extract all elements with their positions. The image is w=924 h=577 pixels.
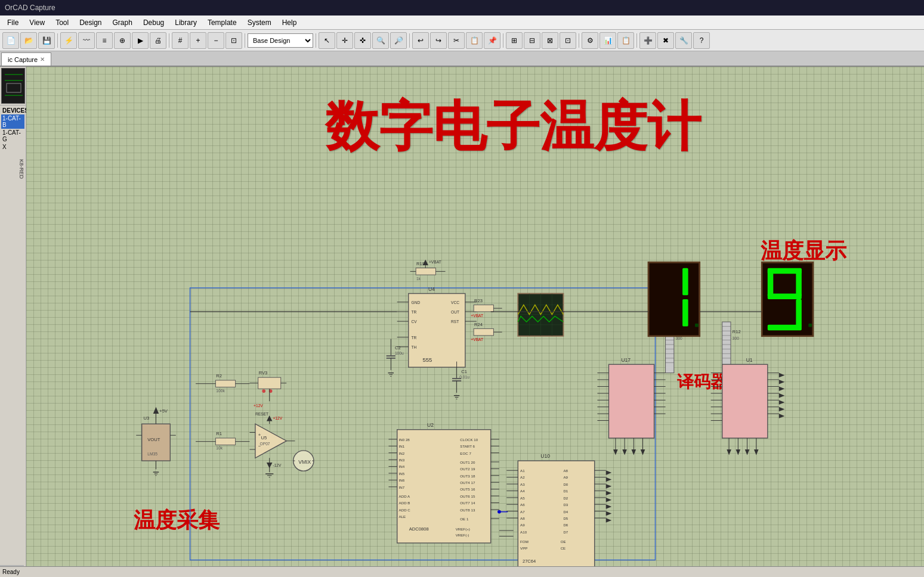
menu-system[interactable]: System	[243, 17, 276, 28]
status-bar: Ready	[0, 566, 924, 577]
device-item-1[interactable]: 1-CAT-G	[1, 129, 24, 143]
svg-text:A1: A1	[520, 469, 525, 473]
new-button[interactable]: 📄	[2, 32, 19, 49]
svg-text:OUT3 18: OUT3 18	[460, 474, 475, 478]
undo[interactable]: ↩	[412, 32, 429, 49]
svg-text:RST: RST	[451, 319, 459, 324]
svg-text:D4: D4	[563, 510, 568, 514]
open-button[interactable]: 📂	[20, 32, 37, 49]
design-dropdown[interactable]: Base Design	[248, 33, 313, 48]
menu-view[interactable]: View	[24, 17, 50, 28]
svg-text:IN1: IN1	[399, 444, 405, 448]
svg-marker-51	[267, 415, 273, 421]
align-bottom[interactable]: ⊡	[560, 32, 576, 49]
oscilloscope	[518, 293, 563, 336]
svg-text:U4: U4	[428, 286, 435, 292]
r19-component: R19 1k +VBAT	[410, 259, 446, 280]
svg-text:+12V: +12V	[273, 416, 282, 420]
align-right[interactable]: ⊟	[524, 32, 540, 49]
zoom-in[interactable]: +	[190, 32, 206, 49]
device-item-2[interactable]: X	[1, 143, 24, 151]
menu-help[interactable]: Help	[277, 17, 302, 28]
svg-text:A4: A4	[520, 489, 525, 493]
svg-text:CE: CE	[561, 546, 566, 550]
svg-text:OUT5 16: OUT5 16	[460, 487, 475, 491]
svg-marker-212	[606, 484, 612, 489]
properties[interactable]: 🔧	[675, 32, 692, 49]
svg-marker-239	[613, 449, 618, 455]
svg-text:FOM: FOM	[520, 539, 529, 544]
copy[interactable]: 📋	[466, 32, 483, 49]
menu-template[interactable]: Template	[203, 17, 242, 28]
menu-graph[interactable]: Graph	[108, 17, 137, 28]
svg-marker-300	[779, 407, 785, 412]
redo[interactable]: ↪	[430, 32, 447, 49]
svg-text:D6: D6	[563, 523, 568, 527]
menu-tool[interactable]: Tool	[51, 17, 73, 28]
devices-panel: DEVICES 1-CAT-B 1-CAT-G X	[0, 105, 26, 152]
place-wire[interactable]: 〰	[78, 32, 95, 49]
svg-text:START  6: START 6	[460, 444, 475, 448]
svg-marker-292	[736, 449, 741, 455]
left-panel: DEVICES 1-CAT-B 1-CAT-G X K8-RED ▶	[0, 67, 26, 577]
svg-text:+12V: +12V	[254, 404, 263, 408]
sep1	[57, 33, 58, 48]
svg-marker-217	[606, 518, 612, 523]
svg-text:CLOCK 10: CLOCK 10	[460, 438, 478, 442]
place-part[interactable]: ⚡	[60, 32, 77, 49]
delete[interactable]: ✖	[657, 32, 674, 49]
svg-rect-29	[258, 377, 281, 389]
save-button[interactable]: 💾	[38, 32, 55, 49]
status-text: Ready	[2, 569, 20, 575]
run-sim[interactable]: ▶	[132, 32, 149, 49]
svg-text:0.01u: 0.01u	[459, 375, 469, 379]
align-left[interactable]: ⊞	[506, 32, 523, 49]
canvas-area[interactable]: 数字电子温度计 温度显示 温度采集 译码器 VOUT LM35 U3	[26, 67, 924, 577]
help2[interactable]: ?	[693, 32, 710, 49]
svg-text:IN4: IN4	[399, 464, 405, 469]
svg-text:ADD A: ADD A	[399, 494, 410, 498]
zoom-out[interactable]: −	[208, 32, 224, 49]
paste[interactable]: 📌	[484, 32, 500, 49]
svg-rect-258	[695, 324, 699, 327]
netlist[interactable]: 📊	[599, 32, 616, 49]
svg-text:LM35: LM35	[147, 452, 157, 456]
svg-rect-306	[768, 293, 802, 299]
zoom-region[interactable]: 🔍	[372, 32, 389, 49]
svg-text:A3: A3	[520, 482, 525, 486]
schematic-svg: VOUT LM35 U3 +5V R2	[26, 67, 924, 577]
svg-marker-299	[779, 400, 785, 405]
cut[interactable]: ✂	[448, 32, 465, 49]
place-bus[interactable]: ≡	[96, 32, 113, 49]
menu-file[interactable]: File	[2, 17, 23, 28]
svg-text:VREF(+): VREF(+)	[456, 527, 470, 531]
display-digit1	[648, 262, 700, 336]
menu-design[interactable]: Design	[75, 17, 106, 28]
sep6	[503, 33, 503, 48]
svg-marker-293	[745, 449, 750, 455]
menu-library[interactable]: Library	[170, 17, 202, 28]
print[interactable]: 🖨	[150, 32, 166, 49]
svg-text:100k: 100k	[216, 389, 225, 393]
zoom-fit[interactable]: ⊡	[225, 32, 242, 49]
align-top[interactable]: ⊠	[542, 32, 558, 49]
pointer[interactable]: ↖	[319, 32, 335, 49]
cross[interactable]: ✛	[336, 32, 353, 49]
svg-rect-304	[768, 269, 774, 297]
svg-text:IN2: IN2	[399, 451, 405, 455]
add[interactable]: ➕	[639, 32, 656, 49]
tab-capture[interactable]: ic Capture ✕	[1, 52, 51, 66]
place-power[interactable]: ⊕	[114, 32, 131, 49]
menu-debug[interactable]: Debug	[138, 17, 169, 28]
tab-close-button[interactable]: ✕	[40, 56, 45, 63]
c2-component: C2 100u	[387, 339, 404, 377]
svg-text:+VBAT: +VBAT	[471, 337, 483, 342]
svg-text:VMIX: VMIX	[298, 459, 311, 465]
drc[interactable]: ⚙	[582, 32, 598, 49]
zoom-out2[interactable]: 🔎	[390, 32, 407, 49]
grid[interactable]: #	[172, 32, 188, 49]
bom[interactable]: 📋	[617, 32, 634, 49]
sep8	[636, 33, 637, 48]
move[interactable]: ✜	[354, 32, 371, 49]
device-item-0[interactable]: 1-CAT-B	[1, 114, 24, 129]
